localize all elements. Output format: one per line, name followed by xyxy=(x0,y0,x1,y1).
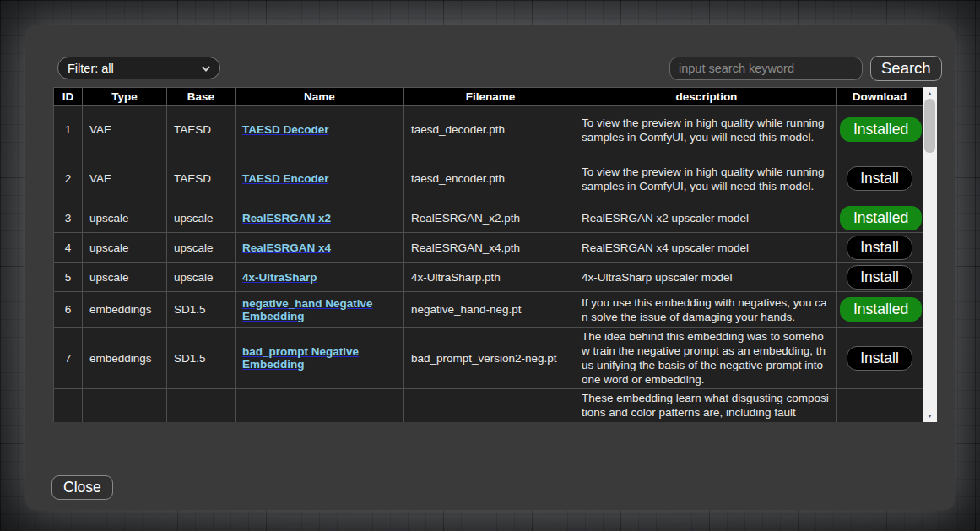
cell-base: TAESD xyxy=(167,154,236,203)
model-name-link[interactable]: TAESD Encoder xyxy=(242,172,329,185)
cell-filename: 4x-UltraSharp.pth xyxy=(404,263,577,292)
cell-type: upscale xyxy=(83,203,167,233)
cell-filename: taesd_decoder.pth xyxy=(404,106,577,154)
chevron-down-icon xyxy=(201,63,211,73)
cell-name: TAESD Decoder xyxy=(236,106,404,154)
download-button[interactable]: Install xyxy=(847,346,912,371)
filter-select[interactable]: Filter: all xyxy=(57,57,220,79)
model-name-link[interactable]: RealESRGAN x2 xyxy=(242,212,331,225)
cell-id: 2 xyxy=(54,154,83,203)
table-row: These embedding learn what disgusting co… xyxy=(54,389,923,423)
header-download: Download xyxy=(837,88,923,106)
cell-id: 3 xyxy=(54,203,83,233)
cell-name: TAESD Encoder xyxy=(236,154,404,203)
search-input[interactable] xyxy=(669,57,863,80)
cell-type: VAE xyxy=(83,106,167,154)
close-button[interactable]: Close xyxy=(51,475,113,500)
cell-base: upscale xyxy=(167,233,236,263)
cell-type: upscale xyxy=(83,233,167,263)
cell-download: Install xyxy=(837,263,923,292)
cell-base: SD1.5 xyxy=(167,292,236,328)
filter-select-value: Filter: all xyxy=(68,62,201,75)
cell-type xyxy=(83,389,167,423)
cell-name: 4x-UltraSharp xyxy=(236,263,404,292)
cell-filename: bad_prompt_version2-neg.pt xyxy=(404,328,577,389)
cell-filename: taesd_encoder.pth xyxy=(404,154,577,203)
cell-id: 1 xyxy=(54,106,83,154)
table-row: 3 upscale upscale RealESRGAN x2 RealESRG… xyxy=(54,203,923,233)
cell-download: Installed xyxy=(837,203,923,233)
vertical-scrollbar[interactable]: ▲ ▼ xyxy=(923,87,937,422)
cell-id: 5 xyxy=(54,263,83,292)
scrollbar-up-icon[interactable]: ▲ xyxy=(923,87,937,100)
header-filename: Filename xyxy=(404,88,577,106)
cell-download xyxy=(837,389,923,423)
header-type: Type xyxy=(83,88,167,106)
cell-name: RealESRGAN x4 xyxy=(236,233,404,263)
table-row: 6 embeddings SD1.5 negative_hand Negativ… xyxy=(54,292,923,328)
download-button[interactable]: Install xyxy=(847,265,912,290)
cell-type: embeddings xyxy=(83,292,167,328)
cell-filename: RealESRGAN_x4.pth xyxy=(404,233,577,263)
search-button[interactable]: Search xyxy=(870,56,942,81)
table-row: 4 upscale upscale RealESRGAN x4 RealESRG… xyxy=(54,233,923,263)
download-button[interactable]: Installed xyxy=(840,206,922,230)
cell-description: To view the preview in high quality whil… xyxy=(577,106,837,154)
cell-type: VAE xyxy=(83,154,167,203)
cell-name: negative_hand Negative Embedding xyxy=(236,292,404,328)
cell-download: Installed xyxy=(837,106,923,154)
cell-name: RealESRGAN x2 xyxy=(236,203,404,233)
cell-id xyxy=(54,389,83,423)
cell-download: Install xyxy=(837,154,923,203)
model-name-link[interactable]: RealESRGAN x4 xyxy=(242,241,331,254)
download-button[interactable]: Installed xyxy=(840,117,922,142)
table-header-row: ID Type Base Name Filename description D… xyxy=(54,88,923,106)
cell-id: 7 xyxy=(54,328,83,389)
cell-description: RealESRGAN x4 upscaler model xyxy=(577,233,837,263)
cell-name xyxy=(236,389,404,423)
cell-description: If you use this embedding with negatives… xyxy=(577,292,837,328)
download-button[interactable]: Install xyxy=(847,166,912,191)
cell-description: 4x-UltraSharp upscaler model xyxy=(577,263,837,292)
header-id: ID xyxy=(54,88,83,106)
cell-type: embeddings xyxy=(83,328,167,389)
cell-base xyxy=(167,389,236,423)
cell-description: RealESRGAN x2 upscaler model xyxy=(577,203,837,233)
cell-type: upscale xyxy=(83,263,167,292)
model-manager-dialog: Filter: all Search ID Type Base Name Fil… xyxy=(25,25,955,510)
download-button[interactable]: Install xyxy=(847,236,912,260)
scrollbar-down-icon[interactable]: ▼ xyxy=(923,409,937,422)
cell-download: Installed xyxy=(837,292,923,328)
table-row: 2 VAE TAESD TAESD Encoder taesd_encoder.… xyxy=(54,154,923,203)
cell-description: The idea behind this embedding was to so… xyxy=(577,328,837,389)
cell-id: 6 xyxy=(54,292,83,328)
download-button[interactable]: Installed xyxy=(840,297,922,322)
cell-base: TAESD xyxy=(167,106,236,154)
model-name-link[interactable]: TAESD Decoder xyxy=(242,123,329,136)
table-row: 5 upscale upscale 4x-UltraSharp 4x-Ultra… xyxy=(54,263,923,292)
cell-download: Install xyxy=(837,328,923,389)
header-description: description xyxy=(577,88,837,106)
cell-filename: negative_hand-neg.pt xyxy=(404,292,577,328)
cell-id: 4 xyxy=(54,233,83,263)
model-table-container: ID Type Base Name Filename description D… xyxy=(53,87,937,422)
cell-description: To view the preview in high quality whil… xyxy=(577,154,837,203)
cell-base: upscale xyxy=(167,203,236,233)
header-base: Base xyxy=(167,88,236,106)
cell-filename: RealESRGAN_x2.pth xyxy=(404,203,577,233)
model-name-link[interactable]: 4x-UltraSharp xyxy=(242,271,317,284)
cell-description: These embedding learn what disgusting co… xyxy=(577,389,837,423)
header-name: Name xyxy=(236,88,404,106)
cell-base: upscale xyxy=(167,263,236,292)
table-row: 7 embeddings SD1.5 bad_prompt Negative E… xyxy=(54,328,923,389)
table-row: 1 VAE TAESD TAESD Decoder taesd_decoder.… xyxy=(54,106,923,154)
model-name-link[interactable]: bad_prompt Negative Embedding xyxy=(242,345,359,371)
cell-base: SD1.5 xyxy=(167,328,236,389)
model-table-body: 1 VAE TAESD TAESD Decoder taesd_decoder.… xyxy=(54,106,923,423)
model-table: ID Type Base Name Filename description D… xyxy=(53,87,923,422)
model-name-link[interactable]: negative_hand Negative Embedding xyxy=(242,297,373,322)
scrollbar-thumb[interactable] xyxy=(924,99,935,153)
cell-filename xyxy=(404,389,577,423)
cell-name: bad_prompt Negative Embedding xyxy=(236,328,404,389)
cell-download: Install xyxy=(837,233,923,263)
